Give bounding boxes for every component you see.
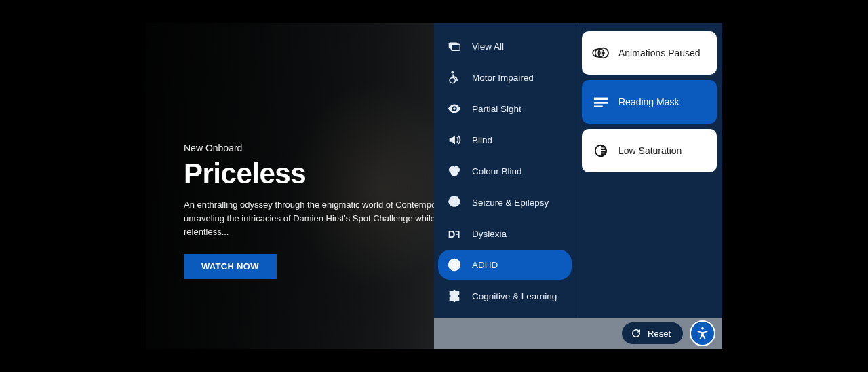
- profile-label: Partial Sight: [472, 104, 521, 114]
- profile-adhd[interactable]: ADHD: [438, 250, 572, 280]
- eye-icon: [446, 100, 462, 117]
- reset-button[interactable]: Reset: [622, 322, 683, 344]
- accessibility-icon: [695, 326, 710, 341]
- profile-label: Motor Impaired: [472, 73, 534, 83]
- accessibility-footer: Reset: [434, 318, 722, 349]
- profile-dyslexia[interactable]: Dꟻ Dyslexia: [438, 219, 572, 248]
- pause-animation-icon: [591, 45, 610, 61]
- svg-rect-17: [594, 98, 608, 100]
- svg-rect-1: [451, 44, 460, 50]
- svg-text:D: D: [448, 229, 456, 240]
- profile-motor-impaired[interactable]: Motor Impaired: [438, 62, 572, 92]
- profile-view-all[interactable]: View All: [438, 31, 572, 61]
- profile-label: Blind: [472, 135, 492, 145]
- svg-rect-19: [594, 106, 603, 107]
- svg-point-24: [701, 327, 704, 330]
- contrast-icon: [591, 143, 610, 159]
- svg-text:ꟻ: ꟻ: [455, 229, 460, 240]
- venn-icon: [446, 163, 462, 179]
- profile-partial-sight[interactable]: Partial Sight: [438, 94, 572, 124]
- svg-rect-23: [601, 153, 605, 153]
- brain-icon: [446, 194, 462, 210]
- svg-rect-21: [601, 147, 605, 148]
- svg-point-12: [453, 263, 455, 265]
- accessibility-panel: View All Motor Impaired Partial Sight Bl…: [434, 23, 722, 349]
- profile-blind[interactable]: Blind: [438, 125, 572, 155]
- svg-point-4: [453, 107, 456, 110]
- svg-point-3: [450, 77, 455, 83]
- option-reading-mask[interactable]: Reading Mask: [582, 80, 717, 124]
- profile-label: Dyslexia: [472, 229, 507, 239]
- svg-rect-22: [601, 150, 605, 151]
- speaker-icon: [446, 132, 462, 148]
- profile-colour-blind[interactable]: Colour Blind: [438, 156, 572, 186]
- accessibility-fab[interactable]: [690, 320, 715, 346]
- reset-icon: [630, 327, 642, 339]
- option-label: Animations Paused: [618, 48, 701, 58]
- accessibility-profile-list: View All Motor Impaired Partial Sight Bl…: [434, 23, 576, 318]
- profile-label: ADHD: [472, 260, 498, 270]
- cards-icon: [446, 38, 462, 54]
- svg-point-7: [451, 170, 457, 176]
- accessibility-panel-body: View All Motor Impaired Partial Sight Bl…: [434, 23, 722, 318]
- svg-rect-18: [594, 102, 608, 104]
- profile-cognitive-learning[interactable]: Cognitive & Learning: [438, 281, 572, 311]
- option-animations-paused[interactable]: Animations Paused: [582, 31, 717, 75]
- wheelchair-icon: [446, 69, 462, 86]
- puzzle-icon: [446, 288, 462, 304]
- option-label: Reading Mask: [618, 96, 679, 107]
- watch-now-button[interactable]: WATCH NOW: [184, 254, 277, 279]
- profile-seizure-epilepsy[interactable]: Seizure & Epilepsy: [438, 187, 572, 217]
- accessibility-options-list: Animations Paused Reading Mask Low Satur…: [576, 23, 722, 318]
- option-low-saturation[interactable]: Low Saturation: [582, 129, 717, 172]
- svg-point-2: [451, 71, 454, 74]
- reset-label: Reset: [648, 329, 671, 339]
- profile-label: View All: [472, 41, 504, 52]
- target-icon: [446, 257, 462, 273]
- profile-label: Seizure & Epilepsy: [472, 198, 549, 208]
- reading-mask-icon: [591, 94, 610, 110]
- profile-label: Colour Blind: [472, 166, 522, 176]
- option-label: Low Saturation: [618, 145, 682, 156]
- dyslexia-icon: Dꟻ: [446, 225, 462, 242]
- profile-label: Cognitive & Learning: [472, 291, 557, 301]
